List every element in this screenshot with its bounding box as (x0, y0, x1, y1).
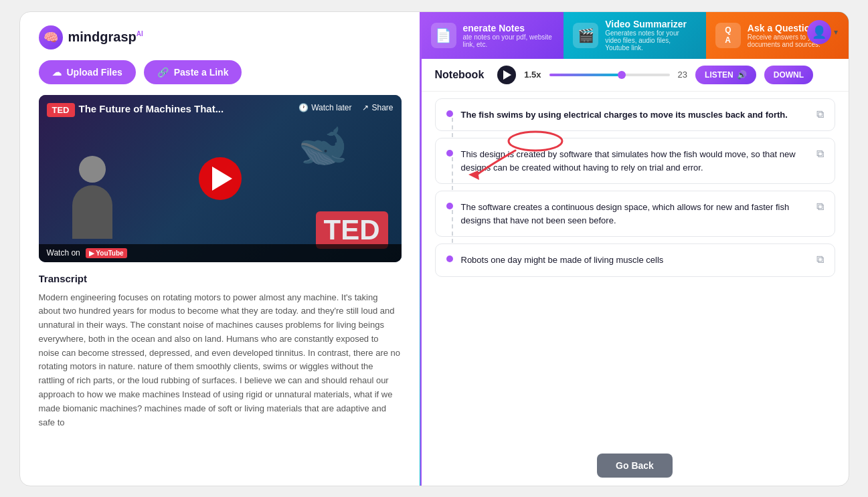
generate-title: enerate Notes (463, 23, 555, 33)
notebook-label: Notebook (435, 69, 485, 81)
note-item-2: This design is created by software that … (435, 138, 835, 184)
speaker-icon: 🔊 (737, 70, 747, 80)
upload-label: Upload Files (67, 67, 122, 78)
generate-notes-button[interactable]: 📄 enerate Notes ate notes on your pdf, w… (422, 12, 564, 59)
video-play-button[interactable] (199, 157, 242, 200)
notebook-play-button[interactable] (497, 66, 516, 84)
note-copy-button-3[interactable]: ⧉ (816, 201, 824, 213)
progress-bar[interactable] (549, 74, 670, 76)
listen-label: LISTEN (705, 70, 733, 80)
note-item-4: Robots one day might be made of living m… (435, 243, 835, 277)
user-avatar: 👤 (807, 20, 831, 44)
video-title: The Future of Machines That... (79, 103, 224, 114)
note-line-1 (452, 118, 453, 138)
note-dot-2 (446, 150, 453, 157)
listen-button[interactable]: LISTEN 🔊 (695, 66, 756, 84)
note-copy-button-4[interactable]: ⧉ (816, 254, 824, 266)
app-title-sup: AI (137, 30, 143, 37)
play-tri-small-icon (503, 70, 511, 80)
note-item-3: The software creates a continuous design… (435, 191, 835, 237)
progress-fill (549, 74, 622, 76)
paste-link-button[interactable]: 🔗 Paste a Link (144, 60, 242, 84)
watch-on-text: Watch on (47, 248, 80, 258)
note-text-4: Robots one day might be made of living m… (461, 254, 808, 267)
video-desc: Generates notes for your video files, au… (605, 29, 697, 52)
download-button[interactable]: DOWNL (764, 66, 813, 84)
youtube-logo: ▶ YouTube (86, 248, 127, 258)
transcript-title: Transcript (39, 273, 402, 284)
upload-icon: ☁ (52, 67, 62, 78)
main-container: 🧠 mindgraspAI ☁ Upload Files 🔗 Paste a L… (19, 11, 849, 486)
ted-big-logo: TED (316, 211, 388, 249)
transcript-text: Modern engineering focuses on rotating m… (39, 291, 402, 470)
video-summarizer-button[interactable]: 🎬 Video Summarizer Generates notes for y… (563, 12, 706, 59)
note-item-1: The fish swims by using electrical charg… (435, 98, 835, 132)
video-container[interactable]: 🐋 TED The Future of Machines That... 🕐 W… (39, 95, 402, 262)
generate-desc: ate notes on your pdf, website link, etc… (463, 33, 555, 48)
video-icon: 🎬 (573, 23, 598, 48)
time-label: 23 (678, 70, 687, 80)
chevron-down-icon: ▾ (834, 27, 838, 37)
note-line-2 (452, 157, 453, 190)
progress-dot (618, 71, 626, 79)
video-thumbnail: 🐋 TED The Future of Machines That... 🕐 W… (39, 95, 402, 262)
note-dot-1 (446, 110, 453, 117)
video-title-btn: Video Summarizer (605, 19, 697, 29)
notebook-bar: Notebook 1.5x 23 LISTEN 🔊 DOWNL (422, 59, 849, 92)
note-copy-button-2[interactable]: ⧉ (816, 148, 824, 160)
note-dot-3 (446, 203, 453, 209)
paste-label: Paste a Link (174, 67, 229, 78)
video-bottom-bar: Watch on ▶ YouTube (39, 244, 402, 262)
go-back-button[interactable]: Go Back (597, 454, 673, 478)
ted-badge: TED (47, 103, 75, 117)
app-title-text: mindgrasp (68, 29, 137, 44)
left-panel: 🧠 mindgraspAI ☁ Upload Files 🔗 Paste a L… (20, 12, 422, 486)
note-text-2: This design is created by software that … (461, 148, 808, 174)
speed-label: 1.5x (524, 70, 541, 80)
note-line-3 (452, 210, 453, 243)
play-triangle-icon (212, 167, 232, 191)
link-icon: 🔗 (157, 67, 169, 78)
generate-icon: 📄 (431, 23, 456, 48)
action-buttons: ☁ Upload Files 🔗 Paste a Link (39, 60, 402, 84)
right-panel: 📄 enerate Notes ate notes on your pdf, w… (422, 12, 849, 486)
watch-later-icon: 🕐 Watch later (298, 103, 351, 112)
video-controls-top: 🕐 Watch later ↗ Share (298, 103, 393, 112)
note-text-3: The software creates a continuous design… (461, 201, 808, 227)
download-label: DOWNL (774, 70, 804, 80)
share-icon: ↗ Share (362, 103, 393, 112)
top-nav: 📄 enerate Notes ate notes on your pdf, w… (422, 12, 849, 59)
user-icon-area[interactable]: 👤 ▾ (807, 20, 838, 44)
ask-icon: QA (715, 23, 741, 48)
app-header: 🧠 mindgraspAI (39, 25, 402, 49)
note-dot-4 (446, 256, 453, 262)
logo-icon: 🧠 (39, 25, 63, 49)
transcript-section: Transcript Modern engineering focuses on… (39, 273, 402, 472)
notes-list: The fish swims by using electrical charg… (422, 92, 849, 445)
go-back-row: Go Back (422, 445, 849, 486)
note-text-1: The fish swims by using electrical charg… (461, 108, 808, 122)
logo-text: mindgraspAI (68, 29, 143, 45)
upload-files-button[interactable]: ☁ Upload Files (39, 60, 136, 84)
note-copy-button-1[interactable]: ⧉ (816, 108, 824, 120)
